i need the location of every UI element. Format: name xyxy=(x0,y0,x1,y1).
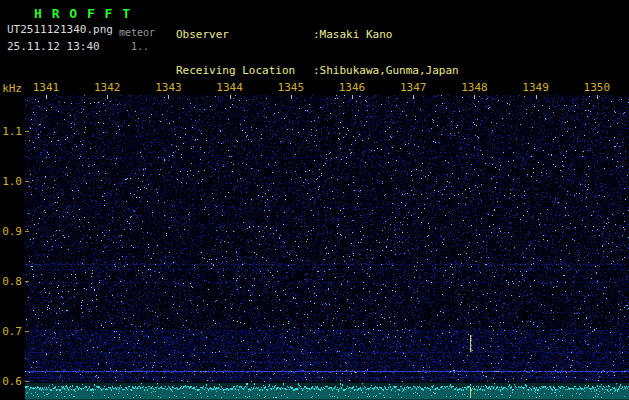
info-label: Receiving Location xyxy=(176,65,313,77)
time-tick-label: 1342 xyxy=(89,81,125,94)
frequency-tick-label: 0.7 xyxy=(0,325,22,338)
frequency-tick-label: 1.1 xyxy=(0,125,22,138)
app-title: H R O F F T xyxy=(34,6,131,21)
time-tick-label: 1350 xyxy=(579,81,615,94)
spectrogram-canvas xyxy=(25,95,629,382)
frequency-tick-label: 0.8 xyxy=(0,275,22,288)
observation-datetime: 25.11.12 13:40 xyxy=(7,40,100,53)
info-value: :Shibukawa,Gunma,Japan xyxy=(313,65,459,77)
time-tick-label: 1344 xyxy=(212,81,248,94)
time-tick-label: 1348 xyxy=(456,81,492,94)
info-row-location: Receiving Location :Shibukawa,Gunma,Japa… xyxy=(176,65,545,77)
time-tick-label: 1349 xyxy=(518,81,554,94)
frequency-tick-label: 0.9 xyxy=(0,225,22,238)
output-filename: UT2511121340.png xyxy=(7,23,113,36)
time-tick-label: 1347 xyxy=(395,81,431,94)
observation-mode-label: meteor xyxy=(119,27,155,38)
time-axis: 1341134213431344134513461347134813491350 xyxy=(0,81,629,94)
hrofft-window: H R O F F T UT2511121340.png meteor 25.1… xyxy=(0,0,629,400)
time-tick-label: 1345 xyxy=(273,81,309,94)
echo-counter: 1.. xyxy=(131,41,149,52)
frequency-tick-label: 1.0 xyxy=(0,175,22,188)
info-label: Observer xyxy=(176,29,313,41)
time-tick-label: 1346 xyxy=(334,81,370,94)
info-value: :Masaki Kano xyxy=(313,29,392,41)
frequency-tick-label: 0.6 xyxy=(0,375,22,388)
time-tick-label: 1343 xyxy=(150,81,186,94)
time-tick-label: 1341 xyxy=(28,81,64,94)
info-row-observer: Observer :Masaki Kano xyxy=(176,29,545,41)
signal-level-strip-canvas xyxy=(25,383,629,400)
